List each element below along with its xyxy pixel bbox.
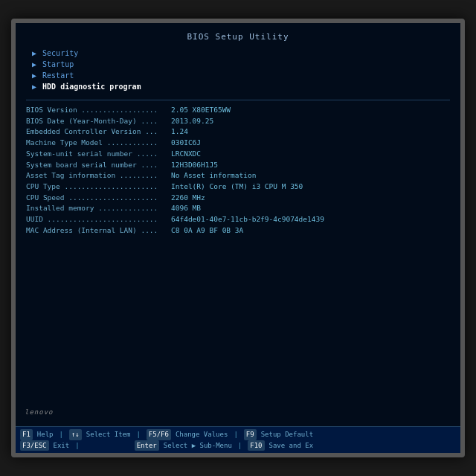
menu-item-security[interactable]: ▶ Security [26,48,450,59]
info-value: 64f4de01-40e7-11cb-b2f9-4c9074de1439 [171,214,450,225]
info-table: BIOS Version .................. 2.05 X80… [26,105,450,237]
info-label: BIOS Version .................. [26,105,171,116]
desc-submenu: Select ▶ Sub-Menu [164,440,232,451]
desc-select-item: Select Item [86,429,131,440]
info-row: Machine Type Model ............ 030IC6J [26,138,450,149]
arrow-icon: ▶ [32,71,36,80]
lenovo-brand: lenovo [25,408,54,416]
key-enter: Enter [135,440,159,451]
footer-row-1: F1 Help | ↑↓ Select Item | F5/F6 Change … [20,429,456,440]
info-row: MAC Address (Internal LAN) .... C8 0A A9… [26,225,450,237]
info-value: 12H3D06H1J5 [171,160,450,171]
key-f9: F9 [244,429,257,440]
key-f10: F10 [248,440,264,451]
menu-item-restart[interactable]: ▶ Restart [26,70,450,81]
info-label: UUID .......................... [26,214,171,225]
info-row: System-unit serial number ..... LRCNXDC [26,149,450,160]
info-label: Asset Tag information ......... [26,170,171,181]
info-row: Installed memory .............. 4096 MB [26,203,450,214]
info-label: BIOS Date (Year-Month-Day) .... [26,116,171,127]
info-label: CPU Speed ..................... [26,193,171,204]
info-row: Embedded Controller Version ... 1.24 [26,126,450,138]
bios-title: BIOS Setup Utility [26,32,450,42]
info-label: Machine Type Model ............ [26,138,171,149]
desc-save-exit: Save and Ex [269,440,314,451]
info-value: C8 0A A9 BF 0B 3A [171,225,450,237]
desc-setup-default: Setup Default [261,429,313,440]
menu-item-hdd[interactable]: ▶ HDD diagnostic program [26,81,450,92]
info-row: CPU Speed ..................... 2260 MHz [26,193,450,204]
info-row: BIOS Version .................. 2.05 X80… [26,105,450,116]
info-value: Intel(R) Core (TM) i3 CPU M 350 [171,181,450,193]
desc-help: Help [37,429,54,440]
key-f3esc: F3/ESC [20,440,49,451]
arrow-icon: ▶ [32,83,36,91]
arrow-icon: ▶ [32,60,36,68]
info-row: System board serial number .... 12H3D06H… [26,160,450,171]
footer-row-2: F3/ESC Exit | Enter Select ▶ Sub-Menu | … [20,440,456,451]
info-value: No Asset information [171,170,450,181]
key-arrows: ↑↓ [69,429,82,440]
info-value: 030IC6J [171,138,450,149]
key-f5f6: F5/F6 [147,429,171,440]
menu-section: ▶ Security ▶ Startup ▶ Restart ▶ HDD dia… [26,48,450,92]
monitor-photo: BIOS Setup Utility ▶ Security ▶ Startup … [11,19,465,457]
divider [26,100,450,100]
info-label: Installed memory .............. [26,203,171,214]
info-row: UUID .......................... 64f4de01… [26,214,450,225]
info-value: 4096 MB [171,203,450,214]
info-label: Embedded Controller Version ... [26,126,171,138]
info-label: System board serial number .... [26,160,171,171]
arrow-icon: ▶ [32,49,36,57]
info-row: Asset Tag information ......... No Asset… [26,170,450,181]
footer: F1 Help | ↑↓ Select Item | F5/F6 Change … [16,426,460,453]
info-row: CPU Type ...................... Intel(R)… [26,181,450,193]
info-value: LRCNXDC [171,149,450,160]
info-label: System-unit serial number ..... [26,149,171,160]
info-value: 2260 MHz [171,193,450,204]
bios-screen: BIOS Setup Utility ▶ Security ▶ Startup … [16,23,460,453]
info-row: BIOS Date (Year-Month-Day) .... 2013.09.… [26,116,450,127]
menu-item-startup[interactable]: ▶ Startup [26,59,450,70]
key-f1: F1 [20,429,33,440]
info-value: 2013.09.25 [171,116,450,127]
desc-change-values: Change Values [176,429,228,440]
info-value: 2.05 X80ET65WW [171,105,450,116]
info-label: CPU Type ...................... [26,181,171,193]
info-label: MAC Address (Internal LAN) .... [26,225,171,237]
info-value: 1.24 [171,126,450,138]
desc-exit: Exit [54,440,70,451]
